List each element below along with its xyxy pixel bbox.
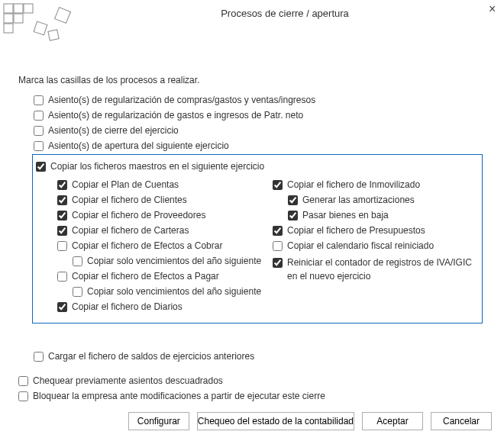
checkbox-inmov[interactable] (273, 180, 283, 190)
check-clientes[interactable]: Copiar el fichero de Clientes (57, 193, 273, 207)
copy-master-group: Copiar los ficheros maestros en el sigui… (32, 154, 483, 324)
label-baja: Pasar bienes en baja (302, 208, 389, 222)
checkbox-baja[interactable] (288, 211, 298, 220)
close-icon[interactable]: × (484, 2, 499, 17)
label-calfisc: Copiar el calendario fiscal reiniciado (287, 239, 434, 253)
checkbox-saldos[interactable] (34, 352, 44, 362)
checkbox-cierre[interactable] (34, 126, 44, 136)
configure-button[interactable]: Configurar (128, 412, 189, 430)
check-bloqueo[interactable]: Bloquear la empresa ante modificaciones … (18, 389, 486, 403)
check-amort[interactable]: Generar las amortizaciones (288, 193, 476, 207)
checkbox-ivaigic[interactable] (273, 258, 283, 268)
cancel-button[interactable]: Cancelar (431, 412, 492, 430)
check-reg-compras[interactable]: Asiento(s) de regularización de compras/… (34, 93, 486, 107)
label-ef-cobrar: Copiar el fichero de Efectos a Cobrar (72, 239, 222, 253)
check-reg-patr[interactable]: Asiento(s) de regularización de gastos e… (34, 108, 486, 122)
label-carteras: Copiar el fichero de Carteras (72, 224, 189, 237)
checkbox-carteras[interactable] (57, 226, 67, 236)
checkbox-chequeo[interactable] (18, 376, 28, 386)
check-provee[interactable]: Copiar el fichero de Proveedores (57, 208, 273, 222)
svg-rect-4 (14, 14, 23, 23)
check-ef-pagar[interactable]: Copiar el fichero de Efectos a Pagar (57, 269, 273, 283)
label-diarios: Copiar el fichero de Diarios (72, 300, 183, 314)
label-ivaigic: Reiniciar el contador de registros de IV… (287, 256, 476, 283)
label-reg-patr: Asiento(s) de regularización de gastos e… (48, 108, 303, 122)
check-state-button[interactable]: Chequeo del estado de la contabilidad (197, 412, 354, 430)
label-saldos: Cargar el fichero de saldos de ejercicio… (48, 349, 254, 363)
checkbox-reg-patr[interactable] (34, 111, 44, 121)
check-plan[interactable]: Copiar el Plan de Cuentas (57, 178, 273, 192)
label-reg-compras: Asiento(s) de regularización de compras/… (48, 93, 315, 107)
check-diarios[interactable]: Copiar el fichero de Diarios (57, 300, 273, 314)
checkbox-copy-master[interactable] (36, 162, 46, 172)
svg-rect-6 (34, 21, 47, 35)
checkbox-bloqueo[interactable] (18, 391, 28, 401)
label-provee: Copiar el fichero de Proveedores (72, 208, 205, 222)
check-saldos[interactable]: Cargar el fichero de saldos de ejercicio… (34, 349, 486, 363)
label-ef-pagar: Copiar el fichero de Efectos a Pagar (72, 269, 219, 283)
checkbox-venc1[interactable] (73, 256, 82, 266)
window-title: Procesos de cierre / apertura (72, 3, 498, 19)
label-amort: Generar las amortizaciones (302, 193, 415, 207)
check-carteras[interactable]: Copiar el fichero de Carteras (57, 224, 273, 237)
label-inmov: Copiar el fichero de Inmovilizado (287, 178, 420, 192)
button-bar: Configurar Chequeo del estado de la cont… (128, 412, 492, 430)
checkbox-ef-cobrar[interactable] (57, 241, 67, 251)
checkbox-calfisc[interactable] (273, 241, 283, 251)
svg-rect-5 (4, 24, 13, 33)
label-clientes: Copiar el fichero de Clientes (72, 193, 187, 207)
svg-rect-1 (14, 4, 23, 13)
check-calfisc[interactable]: Copiar el calendario fiscal reiniciado (273, 239, 476, 253)
label-venc1: Copiar solo vencimientos del año siguien… (87, 254, 261, 268)
svg-rect-0 (4, 4, 13, 13)
check-venc2[interactable]: Copiar solo vencimientos del año siguien… (73, 285, 273, 298)
svg-rect-7 (48, 30, 59, 40)
check-baja[interactable]: Pasar bienes en baja (288, 208, 476, 222)
checkbox-apertura[interactable] (34, 141, 44, 151)
label-copy-master: Copiar los ficheros maestros en el sigui… (50, 159, 264, 173)
copy-master-right-col: Copiar el fichero de Inmovilizado Genera… (273, 176, 476, 315)
check-venc1[interactable]: Copiar solo vencimientos del año siguien… (73, 254, 273, 268)
label-plan: Copiar el Plan de Cuentas (72, 178, 179, 192)
title-bar: Procesos de cierre / apertura × (0, 0, 504, 44)
svg-rect-2 (24, 4, 33, 13)
label-chequeo: Chequear previamente asientos descuadrad… (33, 374, 223, 388)
check-cierre[interactable]: Asiento(s) de cierre del ejercicio (34, 124, 486, 137)
check-copy-master[interactable]: Copiar los ficheros maestros en el sigui… (36, 159, 476, 173)
check-apertura[interactable]: Asiento(s) de apertura del siguiente eje… (34, 139, 486, 153)
check-inmov[interactable]: Copiar el fichero de Inmovilizado (273, 178, 476, 192)
checkbox-provee[interactable] (57, 211, 67, 220)
instruction-text: Marca las casillas de los procesos a rea… (18, 75, 486, 85)
checkbox-diarios[interactable] (57, 302, 67, 312)
accept-button[interactable]: Aceptar (362, 412, 423, 430)
label-apertura: Asiento(s) de apertura del siguiente eje… (48, 139, 229, 153)
check-chequeo[interactable]: Chequear previamente asientos descuadrad… (18, 374, 486, 388)
svg-rect-8 (55, 8, 71, 24)
label-presu: Copiar el fichero de Presupuestos (287, 224, 425, 237)
copy-master-left-col: Copiar el Plan de Cuentas Copiar el fich… (36, 176, 273, 315)
label-bloqueo: Bloquear la empresa ante modificaciones … (33, 389, 325, 403)
label-venc2: Copiar solo vencimientos del año siguien… (87, 285, 261, 298)
dialog-content: Marca las casillas de los procesos a rea… (0, 44, 504, 403)
window-decoration-icon (3, 3, 72, 44)
checkbox-ef-pagar[interactable] (57, 272, 67, 282)
svg-rect-3 (4, 14, 13, 23)
check-presu[interactable]: Copiar el fichero de Presupuestos (273, 224, 476, 237)
check-ivaigic[interactable]: Reiniciar el contador de registros de IV… (273, 256, 476, 283)
checkbox-venc2[interactable] (73, 287, 82, 297)
checkbox-plan[interactable] (57, 180, 67, 190)
checkbox-reg-compras[interactable] (34, 95, 44, 105)
label-cierre: Asiento(s) de cierre del ejercicio (48, 124, 179, 137)
checkbox-clientes[interactable] (57, 195, 67, 205)
check-ef-cobrar[interactable]: Copiar el fichero de Efectos a Cobrar (57, 239, 273, 253)
checkbox-presu[interactable] (273, 226, 283, 236)
checkbox-amort[interactable] (288, 195, 298, 205)
